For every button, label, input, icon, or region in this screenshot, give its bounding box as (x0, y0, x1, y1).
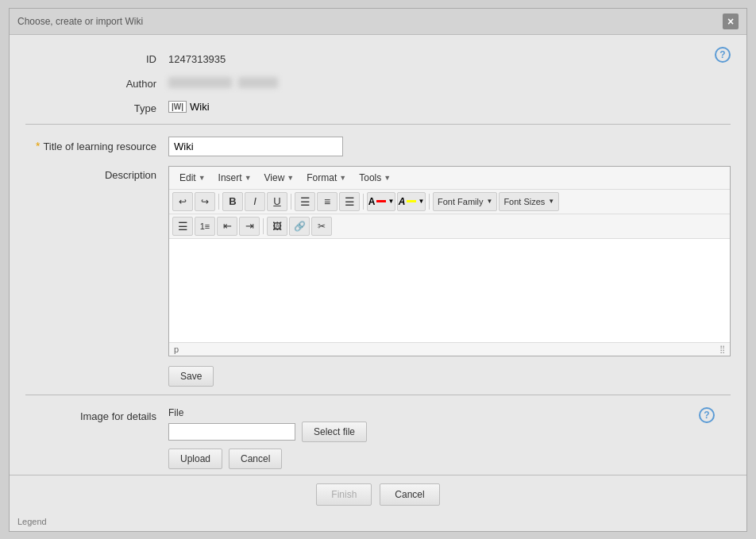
type-row: Type |W| Wiki (25, 99, 731, 114)
font-sizes-dropdown[interactable]: Font Sizes ▼ (499, 192, 559, 211)
toolbar-sep-1 (218, 194, 219, 210)
wiki-type-icon: |W| (168, 101, 187, 113)
select-file-button[interactable]: Select file (302, 422, 367, 442)
image-section: Image for details ? File Select file Upl… (25, 407, 731, 469)
dialog-title: Choose, create or import Wiki (17, 16, 143, 27)
rich-text-editor: Edit ▼ Insert ▼ View ▼ Format (168, 166, 731, 356)
image-field-container: ? File Select file Upload Cancel (168, 407, 731, 469)
legend-row: Legend (10, 514, 746, 531)
author-value (168, 75, 731, 89)
dialog-content: ? ID 1247313935 Author Type |W| Wiki T (10, 35, 746, 475)
finish-button[interactable]: Finish (316, 483, 372, 506)
font-color-button[interactable]: A ▼ (367, 192, 395, 211)
font-family-label: Font Family (438, 197, 483, 206)
type-text: Wiki (190, 101, 210, 113)
view-arrow: ▼ (287, 174, 294, 182)
type-value: |W| Wiki (168, 99, 731, 113)
bg-color-arrow: ▼ (418, 198, 424, 205)
separator (25, 124, 731, 125)
bg-color-indicator (407, 200, 416, 202)
type-label: Type (25, 99, 168, 114)
description-label: Description (25, 166, 168, 181)
font-color-indicator (376, 200, 386, 202)
tools-arrow: ▼ (384, 174, 391, 182)
undo-button[interactable]: ↩ (172, 192, 193, 211)
dialog: Choose, create or import Wiki × ? ID 124… (9, 8, 747, 532)
separator-2 (25, 395, 731, 395)
title-row: Title of learning resource (25, 137, 731, 156)
description-row: Description Edit ▼ Insert ▼ (25, 166, 731, 356)
edit-arrow: ▼ (199, 174, 206, 182)
format-arrow: ▼ (339, 174, 346, 182)
menu-insert[interactable]: Insert ▼ (213, 170, 257, 186)
editor-toolbar-1: ↩ ↪ B I U ☰ ≡ ☰ A (169, 190, 730, 214)
id-value: 1247313935 (168, 50, 715, 65)
bg-color-label: A (399, 196, 406, 207)
editor-menubar: Edit ▼ Insert ▼ View ▼ Format (169, 167, 730, 190)
upload-row: Upload Cancel (168, 449, 731, 469)
insert-arrow: ▼ (245, 174, 252, 182)
title-input[interactable] (168, 137, 343, 156)
indent-more-button[interactable]: ⇥ (239, 217, 260, 236)
bg-color-button[interactable]: A ▼ (397, 192, 426, 211)
font-family-arrow: ▼ (486, 198, 492, 205)
italic-button[interactable]: I (245, 192, 265, 211)
help-icon-image[interactable]: ? (699, 407, 715, 423)
legend-label: Legend (17, 517, 47, 526)
align-left-button[interactable]: ☰ (295, 192, 315, 211)
editor-toolbar-2: ☰ 1≡ ⇤ ⇥ 🖼 🔗 ✂ (169, 214, 730, 239)
image-label: Image for details (25, 407, 168, 422)
file-label: File (168, 407, 731, 418)
align-center-button[interactable]: ≡ (317, 192, 338, 211)
redo-button[interactable]: ↪ (195, 192, 215, 211)
menu-edit[interactable]: Edit ▼ (174, 170, 211, 186)
ordered-list-button[interactable]: 1≡ (195, 217, 215, 236)
title-label: Title of learning resource (25, 137, 168, 152)
image-cancel-button[interactable]: Cancel (229, 449, 282, 469)
editor-body[interactable] (169, 239, 730, 342)
id-label: ID (25, 50, 168, 65)
save-row: Save (168, 366, 731, 387)
menu-tools[interactable]: Tools ▼ (353, 170, 396, 186)
underline-button[interactable]: U (267, 192, 287, 211)
align-right-button[interactable]: ☰ (339, 192, 360, 211)
resize-handle[interactable]: ⣿ (719, 345, 725, 353)
editor-statusbar: p ⣿ (169, 342, 730, 356)
toolbar-sep-4 (429, 194, 430, 210)
file-row: Select file (168, 422, 731, 442)
id-row: ID 1247313935 (25, 50, 715, 65)
font-color-label: A (368, 196, 376, 207)
insert-image-button[interactable]: 🖼 (267, 217, 287, 236)
toolbar-sep-3 (363, 194, 364, 210)
font-sizes-arrow: ▼ (548, 198, 554, 205)
font-color-arrow: ▼ (388, 198, 394, 205)
toolbar-sep-5 (263, 218, 264, 234)
author-blur2 (238, 77, 278, 88)
insert-link-button[interactable]: 🔗 (289, 217, 310, 236)
close-button[interactable]: × (723, 13, 739, 29)
bold-button[interactable]: B (222, 192, 243, 211)
upload-button[interactable]: Upload (168, 449, 222, 469)
author-label: Author (25, 75, 168, 90)
toolbar-sep-2 (291, 194, 291, 210)
save-button[interactable]: Save (168, 366, 214, 387)
indent-less-button[interactable]: ⇤ (217, 217, 237, 236)
editor-container: Edit ▼ Insert ▼ View ▼ Format (168, 166, 731, 356)
file-path-input[interactable] (168, 423, 295, 441)
font-family-dropdown[interactable]: Font Family ▼ (433, 192, 497, 211)
unordered-list-button[interactable]: ☰ (172, 217, 193, 236)
footer-cancel-button[interactable]: Cancel (380, 483, 439, 506)
author-blur (168, 77, 232, 88)
editor-path: p (174, 345, 179, 354)
remove-link-button[interactable]: ✂ (311, 217, 332, 236)
author-row: Author (25, 75, 731, 90)
dialog-titlebar: Choose, create or import Wiki × (10, 9, 746, 35)
font-sizes-label: Font Sizes (503, 197, 545, 206)
dialog-footer: Finish Cancel (10, 475, 746, 514)
help-icon-top[interactable]: ? (715, 47, 731, 63)
title-field-container (168, 137, 731, 156)
menu-format[interactable]: Format ▼ (301, 170, 352, 186)
menu-view[interactable]: View ▼ (259, 170, 300, 186)
